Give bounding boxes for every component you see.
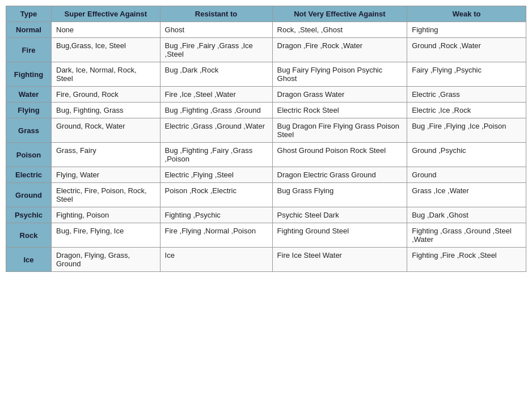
data-cell: Fairy ,Flying ,Psychic xyxy=(407,62,526,87)
data-cell: Electric Rock Steel xyxy=(272,103,407,118)
table-row: PsychicFighting, PoisonFighting ,Psychic… xyxy=(6,207,526,223)
data-cell: Fire Ice Steel Water xyxy=(272,248,407,272)
table-row: FlyingBug, Fighting, GrassBug ,Fighting … xyxy=(6,103,526,118)
data-cell: Fire ,Ice ,Steel ,Water xyxy=(160,87,272,103)
data-cell: Electric ,Ice ,Rock xyxy=(407,103,526,118)
table-row: IceDragon, Flying, Grass, GroundIceFire … xyxy=(6,248,526,272)
column-header-1: Super Effective Against xyxy=(52,6,161,22)
data-cell: Ground ,Rock ,Water xyxy=(407,38,526,62)
data-cell: Ground xyxy=(407,167,526,183)
data-cell: Fighting ,Psychic xyxy=(160,207,272,223)
type-cell: Ground xyxy=(6,183,52,207)
data-cell: None xyxy=(52,22,161,38)
data-cell: Flying, Water xyxy=(52,167,161,183)
data-cell: Dragon ,Fire ,Rock ,Water xyxy=(272,38,407,62)
data-cell: Bug,Grass, Ice, Steel xyxy=(52,38,161,62)
data-cell: Bug ,Fighting ,Grass ,Ground xyxy=(160,103,272,118)
type-cell: Fighting xyxy=(6,62,52,87)
column-header-4: Weak to xyxy=(407,6,526,22)
table-row: PoisonGrass, FairyBug ,Fighting ,Fairy ,… xyxy=(6,143,526,167)
data-cell: Electric ,Flying ,Steel xyxy=(160,167,272,183)
type-cell: Fire xyxy=(6,38,52,62)
pokemon-type-chart: TypeSuper Effective AgainstResistant toN… xyxy=(6,6,526,272)
data-cell: Electric, Fire, Poison, Rock, Steel xyxy=(52,183,161,207)
type-cell: Rock xyxy=(6,223,52,248)
data-cell: Dragon Grass Water xyxy=(272,87,407,103)
type-cell: Electric xyxy=(6,167,52,183)
column-header-2: Resistant to xyxy=(160,6,272,22)
data-cell: Bug Dragon Fire Flying Grass Poison Stee… xyxy=(272,118,407,143)
data-cell: Fighting xyxy=(407,22,526,38)
data-cell: Psychic Steel Dark xyxy=(272,207,407,223)
data-cell: Fire ,Flying ,Normal ,Poison xyxy=(160,223,272,248)
data-cell: Bug ,Fire ,Fairy ,Grass ,Ice ,Steel xyxy=(160,38,272,62)
data-cell: Grass ,Ice ,Water xyxy=(407,183,526,207)
type-cell: Normal xyxy=(6,22,52,38)
table-row: WaterFire, Ground, RockFire ,Ice ,Steel … xyxy=(6,87,526,103)
table-row: FightingDark, Ice, Normal, Rock, SteelBu… xyxy=(6,62,526,87)
data-cell: Grass, Fairy xyxy=(52,143,161,167)
data-cell: Bug Fairy Flying Poison Psychic Ghost xyxy=(272,62,407,87)
data-cell: Bug ,Dark ,Ghost xyxy=(407,207,526,223)
data-cell: Electric ,Grass xyxy=(407,87,526,103)
data-cell: Electric ,Grass ,Ground ,Water xyxy=(160,118,272,143)
type-cell: Poison xyxy=(6,143,52,167)
type-cell: Water xyxy=(6,87,52,103)
data-cell: Bug ,Fire ,Flying ,Ice ,Poison xyxy=(407,118,526,143)
table-row: NormalNoneGhostRock, ,Steel, ,GhostFight… xyxy=(6,22,526,38)
data-cell: Bug Grass Flying xyxy=(272,183,407,207)
data-cell: Bug, Fighting, Grass xyxy=(52,103,161,118)
data-cell: Rock, ,Steel, ,Ghost xyxy=(272,22,407,38)
table-row: RockBug, Fire, Flying, IceFire ,Flying ,… xyxy=(6,223,526,248)
data-cell: Fighting ,Grass ,Ground ,Steel ,Water xyxy=(407,223,526,248)
table-row: GrassGround, Rock, WaterElectric ,Grass … xyxy=(6,118,526,143)
data-cell: Ice xyxy=(160,248,272,272)
type-cell: Psychic xyxy=(6,207,52,223)
data-cell: Dragon, Flying, Grass, Ground xyxy=(52,248,161,272)
table-row: ElectricFlying, WaterElectric ,Flying ,S… xyxy=(6,167,526,183)
data-cell: Poison ,Rock ,Electric xyxy=(160,183,272,207)
data-cell: Fire, Ground, Rock xyxy=(52,87,161,103)
table-row: GroundElectric, Fire, Poison, Rock, Stee… xyxy=(6,183,526,207)
type-cell: Flying xyxy=(6,103,52,118)
data-cell: Ground, Rock, Water xyxy=(52,118,161,143)
data-cell: Fighting, Poison xyxy=(52,207,161,223)
type-cell: Ice xyxy=(6,248,52,272)
type-cell: Grass xyxy=(6,118,52,143)
data-cell: Ground ,Psychic xyxy=(407,143,526,167)
data-cell: Fighting Ground Steel xyxy=(272,223,407,248)
data-cell: Ghost Ground Poison Rock Steel xyxy=(272,143,407,167)
data-cell: Dragon Electric Grass Ground xyxy=(272,167,407,183)
column-header-0: Type xyxy=(6,6,52,22)
data-cell: Dark, Ice, Normal, Rock, Steel xyxy=(52,62,161,87)
data-cell: Ghost xyxy=(160,22,272,38)
data-cell: Bug ,Fighting ,Fairy ,Grass ,Poison xyxy=(160,143,272,167)
data-cell: Bug ,Dark ,Rock xyxy=(160,62,272,87)
column-header-3: Not Very Effective Against xyxy=(272,6,407,22)
data-cell: Fighting ,Fire ,Rock ,Steel xyxy=(407,248,526,272)
table-row: FireBug,Grass, Ice, SteelBug ,Fire ,Fair… xyxy=(6,38,526,62)
data-cell: Bug, Fire, Flying, Ice xyxy=(52,223,161,248)
